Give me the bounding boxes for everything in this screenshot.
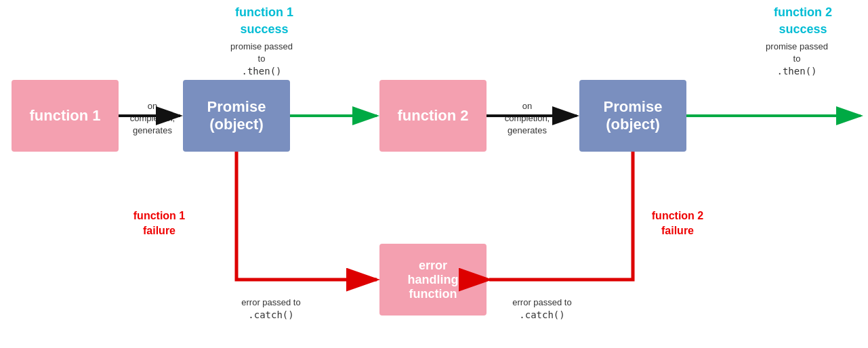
promise2-label: Promise(object) bbox=[604, 98, 663, 133]
func2-success-label: function 2success bbox=[752, 4, 854, 38]
function2-label: function 2 bbox=[397, 107, 468, 125]
arrow-promise1-to-error bbox=[236, 152, 377, 280]
func1-success-label: function 1success bbox=[224, 4, 305, 38]
function2-box: function 2 bbox=[379, 80, 487, 152]
func2-generates-label: on completion,generates bbox=[500, 100, 554, 137]
error-passed1-label: error passed to.catch() bbox=[224, 297, 318, 322]
error-label: errorhandlingfunction bbox=[408, 259, 459, 301]
function1-label: function 1 bbox=[29, 107, 100, 125]
arrow-promise2-to-error bbox=[489, 152, 633, 280]
func1-failure-label: function 1failure bbox=[125, 209, 193, 239]
diagram: function 1 Promise(object) function 2 Pr… bbox=[0, 0, 868, 348]
promise1-box: Promise(object) bbox=[183, 80, 290, 152]
function1-box: function 1 bbox=[12, 80, 119, 152]
promise2-box: Promise(object) bbox=[579, 80, 686, 152]
func2-success-desc: promise passedto.then() bbox=[743, 41, 851, 79]
func1-generates-label: on completion,generates bbox=[125, 100, 180, 137]
error-box: errorhandlingfunction bbox=[379, 244, 487, 316]
promise1-label: Promise(object) bbox=[207, 98, 266, 133]
func1-success-desc: promise passedto.then() bbox=[214, 41, 309, 79]
error-passed2-label: error passed to.catch() bbox=[495, 297, 590, 322]
func2-failure-label: function 2failure bbox=[640, 209, 715, 239]
